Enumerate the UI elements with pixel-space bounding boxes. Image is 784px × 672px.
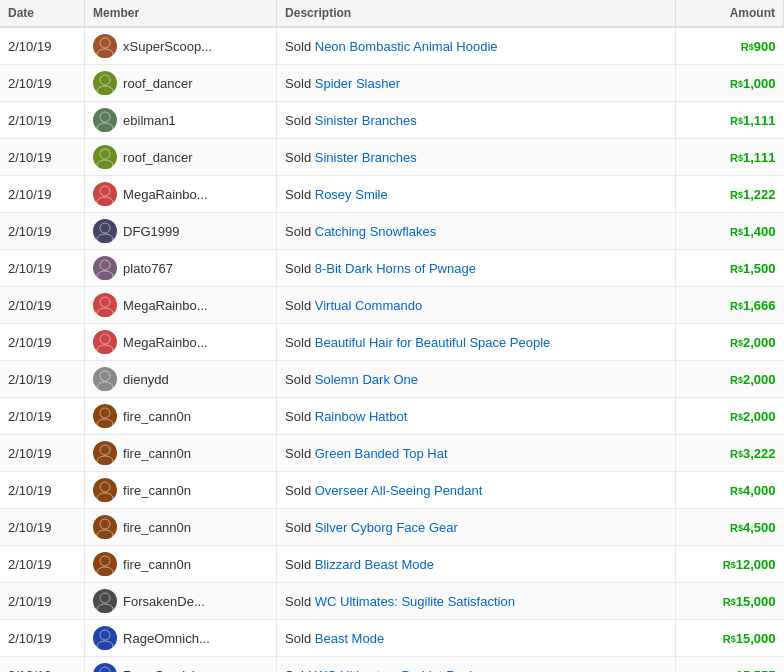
item-link[interactable]: WC Ultimates: Sugilite Satisfaction — [315, 594, 515, 609]
svg-point-25 — [97, 493, 113, 502]
svg-point-31 — [97, 604, 113, 613]
sold-prefix: Sold — [285, 668, 315, 673]
svg-point-11 — [97, 234, 113, 243]
item-link[interactable]: WC Ultimates: Peridot Panic — [315, 668, 479, 673]
avatar — [93, 34, 117, 58]
svg-point-6 — [100, 149, 110, 159]
table-row: 2/10/19 DFG1999Sold Catching SnowflakesR… — [0, 213, 784, 250]
item-link[interactable]: 8-Bit Dark Horns of Pwnage — [315, 261, 476, 276]
svg-point-10 — [100, 223, 110, 233]
amount-value: 1,000 — [743, 76, 776, 91]
date-cell: 2/10/19 — [0, 509, 85, 546]
svg-point-27 — [97, 530, 113, 539]
amount-cell: R$1,111 — [675, 139, 783, 176]
item-link[interactable]: Catching Snowflakes — [315, 224, 436, 239]
description-cell: Sold Rainbow Hatbot — [277, 398, 676, 435]
member-name: plato767 — [123, 261, 173, 276]
sold-prefix: Sold — [285, 261, 315, 276]
sold-prefix: Sold — [285, 631, 315, 646]
member-cell: DFG1999 — [85, 213, 277, 250]
member-cell: MegaRainbo... — [85, 324, 277, 361]
description-cell: Sold Beautiful Hair for Beautiful Space … — [277, 324, 676, 361]
member-cell: ForsakenDe... — [85, 583, 277, 620]
item-link[interactable]: Beautiful Hair for Beautiful Space Peopl… — [315, 335, 551, 350]
currency-symbol: R$ — [730, 522, 743, 534]
sold-prefix: Sold — [285, 224, 315, 239]
svg-point-19 — [97, 382, 113, 391]
sold-prefix: Sold — [285, 557, 315, 572]
member-name: fire_cann0n — [123, 409, 191, 424]
avatar — [93, 404, 117, 428]
date-cell: 2/10/19 — [0, 620, 85, 657]
description-cell: Sold Virtual Commando — [277, 287, 676, 324]
table-row: 2/10/19 MegaRainbo...Sold Beautiful Hair… — [0, 324, 784, 361]
sold-prefix: Sold — [285, 409, 315, 424]
amount-cell: R$3,222 — [675, 435, 783, 472]
description-cell: Sold Sinister Branches — [277, 139, 676, 176]
avatar — [93, 367, 117, 391]
table-row: 2/10/19 RageOmnich...Sold Beast ModeR$15… — [0, 620, 784, 657]
amount-value: 3,222 — [743, 446, 776, 461]
avatar — [93, 626, 117, 650]
item-link[interactable]: Green Banded Top Hat — [315, 446, 448, 461]
avatar — [93, 145, 117, 169]
sold-prefix: Sold — [285, 335, 315, 350]
svg-point-12 — [100, 260, 110, 270]
header-description: Description — [277, 0, 676, 27]
date-cell: 2/10/19 — [0, 657, 85, 673]
sold-prefix: Sold — [285, 520, 315, 535]
item-link[interactable]: Sinister Branches — [315, 113, 417, 128]
currency-symbol: R$ — [723, 633, 736, 645]
currency-symbol: R$ — [730, 374, 743, 386]
svg-point-29 — [97, 567, 113, 576]
svg-point-33 — [97, 641, 113, 650]
amount-value: 2,000 — [743, 372, 776, 387]
amount-cell: R$1,400 — [675, 213, 783, 250]
item-link[interactable]: Beast Mode — [315, 631, 384, 646]
currency-symbol: R$ — [730, 226, 743, 238]
amount-value: 4,500 — [743, 520, 776, 535]
amount-value: 1,500 — [743, 261, 776, 276]
item-link[interactable]: Overseer All-Seeing Pendant — [315, 483, 483, 498]
date-cell: 2/10/19 — [0, 287, 85, 324]
item-link[interactable]: Solemn Dark One — [315, 372, 418, 387]
amount-value: 1,400 — [743, 224, 776, 239]
member-name: fire_cann0n — [123, 446, 191, 461]
currency-symbol: R$ — [730, 115, 743, 127]
svg-point-22 — [100, 445, 110, 455]
item-link[interactable]: Rainbow Hatbot — [315, 409, 408, 424]
amount-value: 15,000 — [736, 594, 776, 609]
amount-cell: R$2,000 — [675, 361, 783, 398]
svg-point-17 — [97, 345, 113, 354]
avatar — [93, 663, 117, 672]
item-link[interactable]: Blizzard Beast Mode — [315, 557, 434, 572]
member-cell: roof_dancer — [85, 139, 277, 176]
table-row: 2/10/19 fire_cann0nSold Rainbow HatbotR$… — [0, 398, 784, 435]
description-cell: Sold Rosey Smile — [277, 176, 676, 213]
member-cell: RageOmnich... — [85, 620, 277, 657]
amount-cell: R$15,000 — [675, 583, 783, 620]
svg-point-13 — [97, 271, 113, 280]
sold-prefix: Sold — [285, 187, 315, 202]
item-link[interactable]: Virtual Commando — [315, 298, 422, 313]
amount-cell: R$1,666 — [675, 287, 783, 324]
amount-value: 1,111 — [743, 113, 776, 128]
description-cell: Sold Catching Snowflakes — [277, 213, 676, 250]
svg-point-30 — [100, 593, 110, 603]
item-link[interactable]: Rosey Smile — [315, 187, 388, 202]
sold-prefix: Sold — [285, 594, 315, 609]
sold-prefix: Sold — [285, 150, 315, 165]
description-cell: Sold Overseer All-Seeing Pendant — [277, 472, 676, 509]
svg-point-8 — [100, 186, 110, 196]
avatar — [93, 589, 117, 613]
item-link[interactable]: Spider Slasher — [315, 76, 400, 91]
header-date: Date — [0, 0, 85, 27]
avatar — [93, 71, 117, 95]
item-link[interactable]: Neon Bombastic Animal Hoodie — [315, 39, 498, 54]
member-cell: fire_cann0n — [85, 435, 277, 472]
item-link[interactable]: Sinister Branches — [315, 150, 417, 165]
currency-symbol: R$ — [730, 337, 743, 349]
item-link[interactable]: Silver Cyborg Face Gear — [315, 520, 458, 535]
svg-point-18 — [100, 371, 110, 381]
member-name: ebilman1 — [123, 113, 176, 128]
